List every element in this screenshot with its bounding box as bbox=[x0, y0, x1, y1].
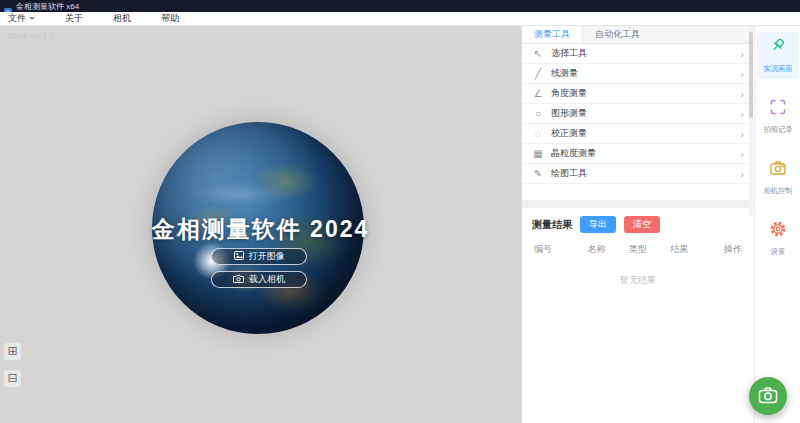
column-actions: 操作 bbox=[700, 243, 742, 256]
tool-group-label: 线测量 bbox=[551, 67, 733, 80]
rail-item-label: 实况画面 bbox=[763, 64, 792, 74]
line-icon: ╱ bbox=[532, 68, 544, 79]
hero-title: 金相测量软件 2024 bbox=[0, 214, 521, 245]
image-canvas[interactable]: 2024 v0.1.2 金相测量软件 2024 打开图像 载入相机 ⊞ ⊟ bbox=[0, 26, 521, 423]
panel-scrollbar[interactable] bbox=[749, 26, 753, 216]
tool-group-drawing[interactable]: ✎ 绘图工具 › bbox=[522, 164, 754, 184]
chevron-down-icon bbox=[29, 17, 35, 20]
tool-group-label: 晶粒度测量 bbox=[551, 147, 733, 160]
camera-icon bbox=[233, 274, 244, 285]
chevron-right-icon: › bbox=[740, 168, 744, 180]
results-table-header: 编号 名称 类型 结果 操作 bbox=[522, 239, 754, 260]
capture-frame-icon bbox=[769, 98, 787, 120]
rail-item-camera-control[interactable]: 相机控制 bbox=[757, 154, 799, 201]
rail-item-live-view[interactable]: 实况画面 bbox=[757, 32, 799, 79]
app-window: 金相测量软件 x64 文件 关于 相机 帮助 2024 v0.1.2 金相测量软… bbox=[0, 0, 800, 423]
chevron-right-icon: › bbox=[740, 148, 744, 160]
rail-item-settings[interactable]: 设置 bbox=[757, 215, 799, 262]
app-logo-icon bbox=[4, 2, 12, 10]
load-camera-button[interactable]: 载入相机 bbox=[211, 271, 307, 288]
chevron-right-icon: › bbox=[740, 108, 744, 120]
tab-measure-tools[interactable]: 测量工具 bbox=[522, 26, 583, 43]
menu-item-label: 文件 bbox=[8, 12, 26, 25]
tool-group-label: 选择工具 bbox=[551, 47, 733, 60]
rail-item-snapshot-records[interactable]: 拍照记录 bbox=[757, 93, 799, 140]
results-header: 测量结果 导出 清空 bbox=[522, 208, 754, 239]
rail-item-label: 设置 bbox=[770, 247, 784, 257]
tool-group-label: 角度测量 bbox=[551, 87, 733, 100]
tool-group-label: 绘图工具 bbox=[551, 167, 733, 180]
column-id: 编号 bbox=[534, 243, 576, 256]
tool-group-label: 图形测量 bbox=[551, 107, 733, 120]
menu-item-label: 关于 bbox=[65, 12, 83, 25]
open-image-label: 打开图像 bbox=[249, 250, 285, 263]
menu-item-camera[interactable]: 相机 bbox=[113, 12, 145, 25]
open-image-button[interactable]: 打开图像 bbox=[211, 248, 307, 265]
export-results-button[interactable]: 导出 bbox=[580, 216, 616, 233]
mode-rail: 实况画面 拍照记录 相机控制 设置 bbox=[754, 26, 800, 423]
window-title: 金相测量软件 x64 bbox=[16, 1, 79, 12]
tool-group-label: 校正测量 bbox=[551, 127, 733, 140]
menu-item-about[interactable]: 关于 bbox=[65, 12, 97, 25]
results-title: 测量结果 bbox=[532, 218, 572, 232]
chevron-right-icon: › bbox=[740, 88, 744, 100]
grid-icon: ▦ bbox=[532, 148, 544, 159]
gear-icon bbox=[769, 220, 787, 242]
canvas-status-text: 2024 v0.1.2 bbox=[8, 32, 55, 41]
load-camera-label: 载入相机 bbox=[249, 273, 285, 286]
chevron-right-icon: › bbox=[740, 128, 744, 140]
rail-item-label: 拍照记录 bbox=[763, 125, 792, 135]
zoom-out-button[interactable]: ⊟ bbox=[4, 370, 21, 387]
section-divider bbox=[522, 200, 754, 208]
results-empty-state: 暂无结果 bbox=[522, 274, 754, 287]
column-result: 结果 bbox=[659, 243, 701, 256]
tool-panel: 测量工具 自动化工具 ↖ 选择工具 › ╱ 线测量 › ∠ 角度测量 › ○ 图… bbox=[521, 26, 754, 423]
image-icon bbox=[234, 251, 244, 262]
tool-group-calibration[interactable]: ◌ 校正测量 › bbox=[522, 124, 754, 144]
rail-item-label: 相机控制 bbox=[763, 186, 792, 196]
cursor-icon: ↖ bbox=[532, 48, 544, 59]
zoom-in-button[interactable]: ⊞ bbox=[4, 343, 21, 360]
tool-group-line-measure[interactable]: ╱ 线测量 › bbox=[522, 64, 754, 84]
menu-item-file[interactable]: 文件 bbox=[8, 12, 49, 25]
column-name: 名称 bbox=[576, 243, 618, 256]
menu-item-label: 帮助 bbox=[161, 12, 179, 25]
angle-icon: ∠ bbox=[532, 88, 544, 99]
circle-icon: ○ bbox=[532, 108, 544, 119]
menubar: 文件 关于 相机 帮助 bbox=[0, 12, 800, 26]
titlebar: 金相测量软件 x64 bbox=[0, 0, 800, 12]
camera-icon bbox=[769, 159, 787, 181]
menu-item-help[interactable]: 帮助 bbox=[161, 12, 193, 25]
tab-automation-tools[interactable]: 自动化工具 bbox=[583, 26, 652, 43]
tool-group-shape-measure[interactable]: ○ 图形测量 › bbox=[522, 104, 754, 124]
tool-group-angle-measure[interactable]: ∠ 角度测量 › bbox=[522, 84, 754, 104]
chevron-right-icon: › bbox=[740, 48, 744, 60]
scrollbar-thumb[interactable] bbox=[749, 32, 753, 118]
pen-icon: ✎ bbox=[532, 168, 544, 179]
column-type: 类型 bbox=[617, 243, 659, 256]
chevron-right-icon: › bbox=[740, 68, 744, 80]
menu-item-label: 相机 bbox=[113, 12, 131, 25]
pin-icon bbox=[769, 37, 787, 59]
tool-group-select[interactable]: ↖ 选择工具 › bbox=[522, 44, 754, 64]
dashed-circle-icon: ◌ bbox=[532, 128, 544, 139]
clear-results-button[interactable]: 清空 bbox=[624, 216, 660, 233]
camera-icon bbox=[758, 386, 778, 407]
capture-photo-fab[interactable] bbox=[749, 377, 787, 415]
panel-tabs: 测量工具 自动化工具 bbox=[522, 26, 754, 44]
canvas-toolbar: ⊞ ⊟ bbox=[4, 343, 21, 387]
tool-group-grain-size[interactable]: ▦ 晶粒度测量 › bbox=[522, 144, 754, 164]
